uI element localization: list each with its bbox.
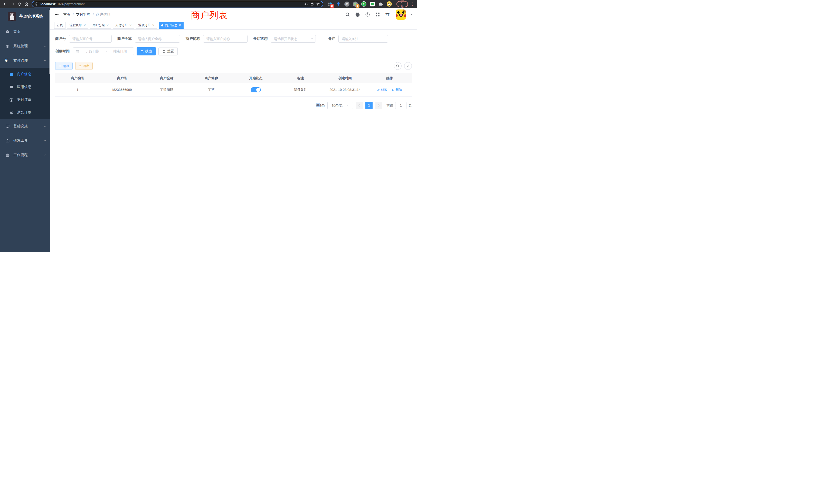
remark-input[interactable] <box>338 35 388 43</box>
merchant-table: 商户编号 商户号 商户全称 商户简称 开启状态 备注 创建时间 操作 1 M23… <box>55 73 412 97</box>
short-name-input[interactable] <box>203 35 247 43</box>
close-icon[interactable]: ✕ <box>179 24 181 27</box>
extension-emoji-icon[interactable] <box>387 2 392 7</box>
search-button[interactable]: 搜索 <box>137 47 156 55</box>
reload-button[interactable] <box>17 1 22 7</box>
extension-pin-icon[interactable]: 10 <box>327 2 332 7</box>
extension-command-icon[interactable]: ⌘ <box>344 2 349 7</box>
tab-pay-order[interactable]: 支付订单✕ <box>113 22 134 29</box>
sidebar-item-devtools[interactable]: 研发工具 <box>0 134 50 148</box>
prev-page-button[interactable] <box>356 102 363 109</box>
extension-chat-icon[interactable] <box>370 2 375 7</box>
extension-recorder-icon[interactable]: 1 <box>353 2 358 7</box>
tab-refund-order[interactable]: 退款订单✕ <box>136 22 157 29</box>
status-toggle[interactable] <box>250 87 261 92</box>
extension-y-icon[interactable]: Y <box>361 2 367 7</box>
col-header: 商户编号 <box>55 73 100 83</box>
sidebar-item-pay[interactable]: ¥ 支付管理 <box>0 53 50 68</box>
next-page-button[interactable] <box>375 102 382 109</box>
plus-icon <box>59 64 62 68</box>
back-button[interactable] <box>3 1 8 7</box>
full-name-input[interactable] <box>135 35 180 43</box>
chevron-down-icon <box>43 125 46 128</box>
document-icon <box>9 111 14 115</box>
extensions-puzzle-icon[interactable] <box>378 2 383 7</box>
col-header: 商户号 <box>100 73 145 83</box>
breadcrumb-section[interactable]: 支付管理 <box>76 12 90 17</box>
sidebar-item-refund-order[interactable]: 退款订单 <box>0 106 50 119</box>
back-icon <box>3 2 8 6</box>
goto-page-input[interactable] <box>395 102 407 109</box>
yen-icon: ¥ <box>5 58 10 63</box>
close-icon[interactable]: ✕ <box>106 24 109 27</box>
close-icon[interactable]: ✕ <box>84 24 86 27</box>
user-avatar[interactable] <box>396 9 406 20</box>
page-content: 商户号 商户全称 商户简称 开启状态 备注 创建时间 <box>50 30 417 252</box>
yen-circle-icon <box>9 98 14 102</box>
sidebar-item-app-info[interactable]: 应用信息 <box>0 81 50 93</box>
url-text: localhost:1024/pay/merchant <box>41 2 302 6</box>
edit-link[interactable]: 修改 <box>377 88 388 92</box>
cell-full-name: 芋道源码 <box>144 83 189 96</box>
tab-merchant-info[interactable]: 商户信息✕ <box>159 22 183 29</box>
star-icon[interactable] <box>316 2 320 6</box>
extension-badge: 10 <box>330 4 334 8</box>
url-bar[interactable]: localhost:1024/pay/merchant <box>31 1 323 7</box>
fullscreen-icon[interactable] <box>375 12 380 18</box>
avatar-caret-icon[interactable] <box>410 14 413 17</box>
extension-balloon-icon[interactable] <box>336 2 341 7</box>
home-icon <box>24 2 28 6</box>
forward-button[interactable] <box>9 1 16 7</box>
reset-button[interactable]: 重置 <box>158 47 178 55</box>
browser-menu-icon[interactable]: ⋮ <box>411 2 414 6</box>
info-icon[interactable] <box>35 2 39 6</box>
sidebar-item-home[interactable]: 首页 <box>0 25 50 39</box>
browser-update-button[interactable]: 更新 <box>396 1 408 7</box>
close-icon[interactable]: ✕ <box>152 24 155 27</box>
download-icon <box>79 64 82 68</box>
share-icon[interactable] <box>310 2 314 6</box>
end-date-placeholder[interactable]: 结束日期 <box>109 49 131 54</box>
fontsize-icon[interactable]: TT <box>385 12 390 18</box>
add-button[interactable]: 新增 <box>55 62 73 70</box>
export-button[interactable]: 导出 <box>75 62 93 70</box>
sidebar-item-system[interactable]: 系统管理 <box>0 39 50 53</box>
help-icon[interactable] <box>365 12 370 18</box>
refresh-table-button[interactable] <box>404 62 412 70</box>
page-number-1[interactable]: 1 <box>366 102 373 109</box>
sidebar-item-infra[interactable]: 基础设施 <box>0 119 50 134</box>
close-icon[interactable]: ✕ <box>129 24 131 27</box>
gear-icon <box>5 44 10 48</box>
sidebar-scrollbar[interactable] <box>49 10 50 74</box>
create-time-range-picker[interactable]: 开始日期 - 结束日期 <box>73 47 134 55</box>
tab-home[interactable]: 首页 <box>54 22 65 29</box>
sidebar-item-pay-order[interactable]: 支付订单 <box>0 93 50 106</box>
filter-label: 商户简称 <box>185 37 200 41</box>
show-search-button[interactable] <box>394 62 401 70</box>
sidebar: 芋道管理系统 首页 系统管理 ¥ 支付管理 商户信息 应用信息 <box>0 8 50 252</box>
cell-remark: 我是备注 <box>278 83 323 96</box>
reload-icon <box>18 2 22 6</box>
start-date-placeholder[interactable]: 开始日期 <box>81 49 104 54</box>
briefcase-icon <box>5 153 10 157</box>
col-header: 操作 <box>367 73 412 83</box>
monitor-icon <box>5 124 10 129</box>
toolbox-icon <box>5 139 10 143</box>
key-icon[interactable] <box>304 2 308 6</box>
tab-user-group[interactable]: 用户分组✕ <box>90 22 111 29</box>
fold-menu-icon[interactable] <box>54 12 59 17</box>
search-icon[interactable] <box>345 12 350 18</box>
sidebar-item-merchant-info[interactable]: 商户信息 <box>0 68 50 81</box>
merchant-no-input[interactable] <box>69 35 112 43</box>
sidebar-item-workflow[interactable]: 工作流程 <box>0 148 50 162</box>
github-icon[interactable] <box>355 12 360 18</box>
delete-link[interactable]: 删除 <box>392 88 402 92</box>
chevron-down-icon <box>346 104 349 107</box>
logo-rabbit-image <box>8 12 16 21</box>
breadcrumb-home[interactable]: 首页 <box>63 12 70 17</box>
tab-process-form[interactable]: 流程表单✕ <box>67 22 88 29</box>
home-button[interactable] <box>23 1 29 7</box>
search-icon <box>396 64 399 68</box>
page-size-select[interactable]: 10条/页 <box>327 102 353 109</box>
status-select[interactable] <box>271 35 316 43</box>
